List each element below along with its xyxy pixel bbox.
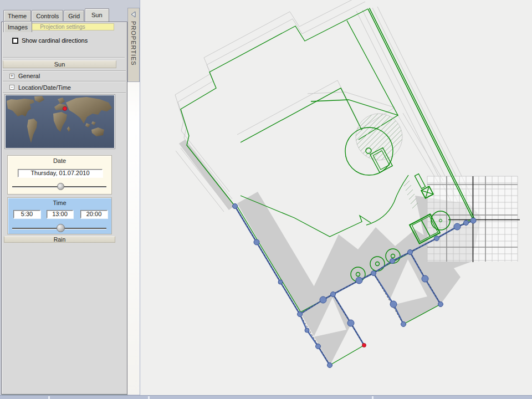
collapse-left-triangle-icon[interactable] [130, 11, 137, 18]
section-location-label: Location/Date/Time [18, 84, 71, 91]
sidebar-tabstrip: ThemeControlsGridSunImages [3, 8, 127, 22]
app-window: { "window": { "properties_label": "PROPE… [0, 0, 532, 399]
tab-sun[interactable]: Sun [85, 8, 109, 22]
show-cardinal-checkbox[interactable] [12, 38, 18, 44]
strip-notch [372, 396, 374, 399]
strip-notch [48, 396, 50, 399]
active-vertex-marker[interactable] [362, 343, 366, 347]
location-marker [63, 106, 66, 110]
time-start-field[interactable]: 5:30 [13, 210, 40, 218]
expand-plus-icon[interactable]: + [9, 74, 14, 79]
collapse-minus-icon[interactable]: - [9, 85, 14, 90]
section-general-label: General [18, 73, 40, 79]
properties-rail: PROPERTIES [127, 8, 140, 395]
world-map-image [6, 95, 114, 148]
time-label: Time [8, 200, 111, 206]
tab-theme[interactable]: Theme [3, 10, 31, 21]
strip-notch [148, 396, 150, 399]
date-card: Date Thursday, 01.07.2010 [7, 155, 112, 195]
date-label: Date [8, 157, 111, 164]
time-card: Time 5:30 13:00 20:00 [7, 197, 112, 234]
bottom-resize-strip[interactable] [0, 395, 532, 399]
tab-controls[interactable]: Controls [32, 10, 63, 21]
viewport-canvas[interactable] [140, 0, 532, 395]
show-cardinal-row: Show cardinal directions [12, 37, 88, 44]
tab-grid[interactable]: Grid [64, 10, 84, 21]
tab-images[interactable]: Images [3, 21, 32, 32]
time-slider-thumb[interactable] [57, 224, 65, 232]
properties-sidebar: ThemeControlsGridSunImages Projection se… [1, 8, 127, 395]
properties-rail-label: PROPERTIES [130, 21, 137, 66]
show-cardinal-label: Show cardinal directions [22, 37, 88, 44]
sun-tab-panel: Projection settings Show cardinal direct… [1, 22, 127, 395]
divider [3, 57, 125, 58]
time-end-field[interactable]: 20:00 [80, 210, 108, 218]
date-field[interactable]: Thursday, 01.07.2010 [18, 169, 103, 177]
date-slider-thumb[interactable] [57, 183, 64, 190]
time-current-field[interactable]: 13:00 [47, 210, 73, 218]
section-general[interactable]: + General [3, 70, 126, 81]
sun-section-header[interactable]: Sun [3, 60, 116, 68]
site-plan-drawing [140, 0, 532, 395]
section-location-date-time[interactable]: - Location/Date/Time [3, 82, 126, 93]
rain-section-header[interactable]: Rain [4, 236, 115, 243]
world-map[interactable] [5, 95, 115, 149]
properties-rail-bar[interactable]: PROPERTIES [127, 8, 140, 82]
